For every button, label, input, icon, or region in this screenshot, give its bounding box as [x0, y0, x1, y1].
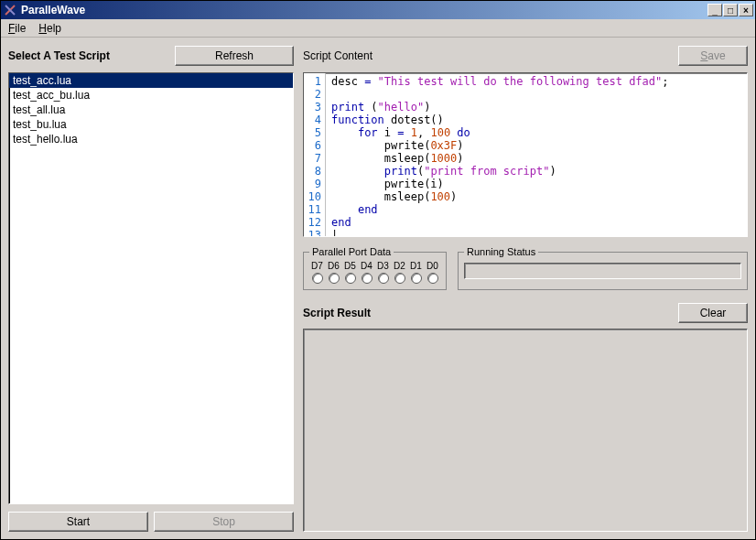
- minimize-button[interactable]: _: [707, 4, 722, 16]
- window-title: ParalleWave: [21, 4, 85, 16]
- list-item[interactable]: test_all.lua: [9, 103, 293, 117]
- port-bit-radio[interactable]: [329, 273, 340, 284]
- close-button[interactable]: ×: [739, 4, 753, 16]
- script-content-label: Script Content: [303, 49, 678, 62]
- code-editor[interactable]: 1234567891011121314 desc = "This test wi…: [303, 72, 748, 237]
- port-bit: D1: [408, 261, 424, 284]
- menubar: File Help: [1, 19, 755, 38]
- script-listbox[interactable]: test_acc.luatest_acc_bu.luatest_all.luat…: [8, 72, 294, 504]
- start-button[interactable]: Start: [8, 512, 148, 532]
- port-bit-radio[interactable]: [394, 273, 405, 284]
- right-panel: Script Content Save 1234567891011121314 …: [303, 45, 748, 532]
- port-bit-radio[interactable]: [362, 273, 373, 284]
- titlebar: ParalleWave _ □ ×: [1, 1, 755, 19]
- port-bit: D6: [326, 261, 341, 284]
- port-bit: D5: [342, 261, 358, 284]
- port-bit: D0: [425, 261, 440, 284]
- menu-file[interactable]: File: [8, 22, 26, 35]
- code-gutter: 1234567891011121314: [304, 73, 326, 236]
- port-bit: D4: [359, 261, 374, 284]
- maximize-button[interactable]: □: [723, 4, 738, 16]
- port-bit-radio[interactable]: [427, 273, 438, 284]
- port-bit-radio[interactable]: [378, 273, 389, 284]
- script-result-label: Script Result: [303, 307, 678, 319]
- port-legend: Parallel Port Data: [309, 246, 394, 257]
- port-bit-radio[interactable]: [345, 273, 356, 284]
- script-result-box: [303, 329, 748, 532]
- code-body[interactable]: desc = "This test will do the following …: [326, 73, 747, 236]
- list-item[interactable]: test_bu.lua: [9, 117, 293, 132]
- status-legend: Running Status: [464, 246, 538, 257]
- list-item[interactable]: test_acc_bu.lua: [9, 88, 293, 103]
- app-icon: [3, 3, 17, 17]
- port-bit-radio[interactable]: [411, 273, 422, 284]
- clear-button[interactable]: Clear: [678, 303, 748, 323]
- port-bit: D3: [375, 261, 391, 284]
- save-button[interactable]: Save: [678, 46, 748, 66]
- main-area: Select A Test Script Refresh test_acc.lu…: [1, 38, 755, 539]
- menu-help[interactable]: Help: [38, 22, 61, 35]
- window-controls: _ □ ×: [707, 4, 753, 16]
- script-select-label: Select A Test Script: [8, 49, 175, 62]
- status-box: [464, 263, 741, 279]
- port-bit-radio[interactable]: [312, 273, 323, 284]
- port-bit: D7: [309, 261, 325, 284]
- list-item[interactable]: test_hello.lua: [9, 132, 293, 146]
- stop-button[interactable]: Stop: [154, 512, 294, 532]
- list-item[interactable]: test_acc.lua: [9, 73, 293, 88]
- left-panel: Select A Test Script Refresh test_acc.lu…: [8, 45, 294, 532]
- parallel-port-fieldset: Parallel Port Data D7D6D5D4D3D2D1D0: [303, 246, 447, 290]
- refresh-button[interactable]: Refresh: [175, 46, 294, 66]
- running-status-fieldset: Running Status: [458, 246, 748, 290]
- port-bit: D2: [392, 261, 407, 284]
